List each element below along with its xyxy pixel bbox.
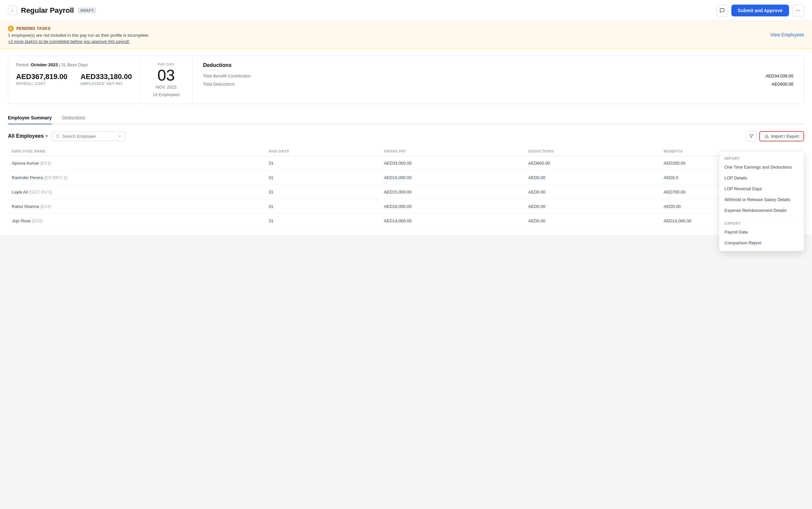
draft-badge: DRAFT <box>78 7 96 13</box>
menu-item-withhold[interactable]: Withhold or Release Salary Details <box>719 194 804 205</box>
cell-employee-name: Layla Ali (GCC DU 3) <box>8 185 265 199</box>
filter-icon <box>749 134 754 138</box>
search-icon <box>56 134 60 138</box>
menu-divider <box>719 217 804 217</box>
table-row[interactable]: Rahul Sharma (EX4) 31 AED16,000.00 AED0.… <box>8 199 804 214</box>
period-label: Period: October 2023 | 31 Base Days <box>16 62 132 67</box>
cell-deductions: AED0.00 <box>525 171 660 185</box>
chat-button[interactable] <box>716 5 728 16</box>
cell-paid-days: 31 <box>265 171 380 185</box>
pending-link[interactable]: +2 more task(s) to be completed before y… <box>8 39 149 44</box>
table-toolbar: All Employees ▾ ▾ Import / Export <box>8 131 804 141</box>
cell-paid-days: 31 <box>265 214 380 228</box>
more-options-button[interactable]: ··· <box>792 5 804 16</box>
col-deductions: DEDUCTIONS <box>525 146 660 156</box>
cell-paid-days: 31 <box>265 156 380 171</box>
page-header: ‹ Regular Payroll DRAFT Submit and Appro… <box>0 0 812 21</box>
menu-item-lop-reversal[interactable]: LOP Reversal Days <box>719 183 804 194</box>
cell-gross-pay: AED15,000.00 <box>380 185 524 199</box>
menu-item-payroll-data[interactable]: Payroll Data <box>719 227 804 235</box>
filter-button[interactable] <box>746 131 756 141</box>
tab-deductions[interactable]: Deductions <box>62 112 85 124</box>
employee-table: EMPLOYEE NAME PAID DAYS GROSS PAY DEDUCT… <box>8 146 804 228</box>
deductions-title: Deductions <box>203 62 793 68</box>
deductions-card: Deductions Total Benefit Contribution AE… <box>193 56 804 104</box>
amounts-row: AED367,819.00 PAYROLL COST AED333,180.00… <box>16 72 132 86</box>
search-input[interactable] <box>62 134 117 139</box>
cell-paid-days: 31 <box>265 185 380 199</box>
svg-point-0 <box>57 134 59 137</box>
dropdown-arrow-icon: ▾ <box>45 134 47 138</box>
payday-day: 03 <box>158 68 175 83</box>
payroll-cost-value: AED367,819.00 <box>16 72 68 81</box>
cell-deductions: AED0.00 <box>525 199 660 214</box>
main-content: Period: October 2023 | 31 Base Days AED3… <box>0 49 812 235</box>
cell-employee-name: Jojo Rose (EX5) <box>8 214 265 228</box>
net-pay-value: AED333,180.00 <box>81 72 132 81</box>
payroll-cost-block: AED367,819.00 PAYROLL COST <box>16 72 68 86</box>
import-section-title: IMPORT <box>719 154 804 162</box>
total-deductions-row: Total Deductions AED600.00 <box>203 82 793 87</box>
cell-deductions: AED600.00 <box>525 156 660 171</box>
table-row[interactable]: Ravinder Perera (EX DIFC 2) 31 AED15,000… <box>8 171 804 185</box>
benefit-contribution-value: AED34,039.00 <box>766 73 793 78</box>
import-export-button[interactable]: Import / Export <box>759 131 804 141</box>
pending-description: 1 employee(s) are not included in this p… <box>8 33 149 38</box>
col-paid-days: PAID DAYS <box>265 146 380 156</box>
search-dropdown-icon: ▾ <box>119 134 121 138</box>
payroll-card: Period: October 2023 | 31 Base Days AED3… <box>8 56 140 104</box>
cell-gross-pay: AED15,000.00 <box>380 171 524 185</box>
menu-item-lop-details[interactable]: LOP Details <box>719 172 804 183</box>
search-box: ▾ <box>52 132 125 141</box>
table-row[interactable]: Apurva Kumar (EX1) 31 AED33,000.00 AED60… <box>8 156 804 171</box>
toolbar-right: Import / Export <box>746 131 804 141</box>
table-header-row: EMPLOYEE NAME PAID DAYS GROSS PAY DEDUCT… <box>8 146 804 156</box>
cell-gross-pay: AED33,000.00 <box>380 156 524 171</box>
payday-month: NOV, 2023 <box>156 84 176 90</box>
cell-deductions: AED0.00 <box>525 185 660 199</box>
payday-employees: 14 Employees <box>153 92 179 97</box>
benefit-contribution-row: Total Benefit Contribution AED34,039.00 <box>203 73 793 78</box>
pending-title: B PENDING TASKS <box>8 26 149 32</box>
menu-item-one-time[interactable]: One Time Earnings and Deductions <box>719 162 804 172</box>
header-left: ‹ Regular Payroll DRAFT <box>8 6 96 15</box>
cell-employee-name: Apurva Kumar (EX1) <box>8 156 265 171</box>
toolbar-left: All Employees ▾ ▾ <box>8 132 125 141</box>
page-title: Regular Payroll <box>21 6 74 15</box>
cell-gross-pay: AED16,000.00 <box>380 199 524 214</box>
cell-employee-name: Ravinder Perera (EX DIFC 2) <box>8 171 265 185</box>
pending-icon: B <box>8 26 14 32</box>
net-pay-label: EMPLOYEES' NET PAY <box>81 82 132 86</box>
summary-cards: Period: October 2023 | 31 Base Days AED3… <box>8 56 804 104</box>
tab-employee-summary[interactable]: Employee Summary <box>8 112 52 124</box>
payday-label: PAY DAY <box>158 62 174 66</box>
benefit-contribution-label: Total Benefit Contribution <box>203 73 250 78</box>
cell-deductions: AED0.00 <box>525 214 660 228</box>
menu-item-expense[interactable]: Expense Reimbursement Details <box>719 205 804 216</box>
import-export-icon <box>765 134 769 138</box>
total-deductions-value: AED600.00 <box>772 82 793 87</box>
col-gross-pay: GROSS PAY <box>380 146 524 156</box>
pending-tasks-banner: B PENDING TASKS 1 employee(s) are not in… <box>0 21 812 49</box>
col-employee-name: EMPLOYEE NAME <box>8 146 265 156</box>
header-right: Submit and Approve ··· <box>716 5 804 16</box>
export-section-title: EXPORT <box>719 219 804 227</box>
payroll-cost-label: PAYROLL COST <box>16 82 68 86</box>
pending-content: B PENDING TASKS 1 employee(s) are not in… <box>8 26 149 44</box>
total-deductions-label: Total Deductions <box>203 82 235 87</box>
submit-approve-button[interactable]: Submit and Approve <box>731 5 789 16</box>
back-button[interactable]: ‹ <box>8 6 17 15</box>
table-row[interactable]: Layla Ali (GCC DU 3) 31 AED15,000.00 AED… <box>8 185 804 199</box>
cell-gross-pay: AED14,000.00 <box>380 214 524 228</box>
cell-paid-days: 31 <box>265 199 380 214</box>
view-employees-link[interactable]: View Employees <box>770 32 804 37</box>
import-export-dropdown: IMPORT One Time Earnings and Deductions … <box>719 151 804 235</box>
employees-dropdown[interactable]: All Employees ▾ <box>8 133 47 139</box>
table-row[interactable]: Jojo Rose (EX5) 31 AED14,000.00 AED0.00 … <box>8 214 804 228</box>
tabs: Employee Summary Deductions <box>8 112 804 124</box>
svg-marker-1 <box>749 134 753 138</box>
payday-card: PAY DAY 03 NOV, 2023 14 Employees <box>140 56 193 104</box>
cell-employee-name: Rahul Sharma (EX4) <box>8 199 265 214</box>
net-pay-block: AED333,180.00 EMPLOYEES' NET PAY <box>81 72 132 86</box>
